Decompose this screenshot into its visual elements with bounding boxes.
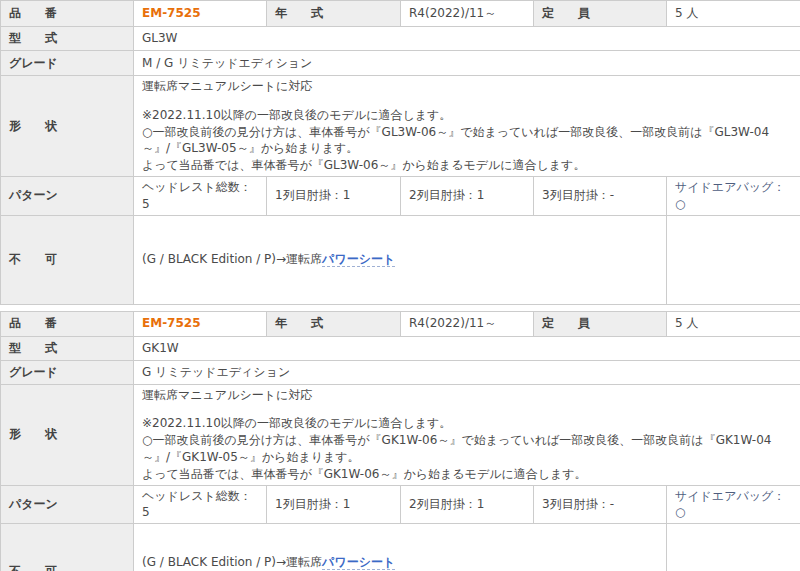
spacer [142,403,792,415]
table-row: 型 式 GL3W [1,27,800,51]
grade-value: G リミテッドエディション [134,360,800,384]
spec-page: 品 番 EM-7525 年 式 R4(2022)/11～ 定 員 5 人 型 式… [0,0,800,571]
model-value: GK1W [134,336,800,360]
year-value: R4(2022)/11～ [401,311,534,336]
shape-note: よって当品番では、車体番号が『GK1W-06～』から始まるモデルに適合します。 [142,466,792,483]
side-airbag-cell: サイドエアバッグ：○ [667,176,800,215]
na-text: (G / BLACK Edition / P)→運転席 [142,252,322,266]
shape-label: 形 状 [1,76,134,177]
table-row: パターン ヘッドレスト総数：5 1列目肘掛：1 2列目肘掛：1 3列目肘掛：- … [1,485,800,524]
year-value: R4(2022)/11～ [401,1,534,27]
shape-value: 運転席マニュアルシートに対応 ※2022.11.10以降の一部改良後のモデルに適… [134,76,800,177]
shape-line: 運転席マニュアルシートに対応 [142,78,792,95]
shape-note: ○一部改良前後の見分け方は、車体番号が『GL3W-06～』で始まっていれば一部改… [142,124,792,158]
not-compatible-value: (G / BLACK Edition / P)→運転席パワーシート Mグレード→… [134,524,667,571]
table-row: グレード M / G リミテッドエディション [1,51,800,76]
year-label: 年 式 [267,1,401,27]
capacity-label: 定 員 [534,311,667,336]
table-row: 品 番 EM-7525 年 式 R4(2022)/11～ 定 員 5 人 [1,311,800,336]
year-label: 年 式 [267,311,401,336]
grade-label: グレード [1,51,134,76]
part-no-value: EM-7525 [134,311,267,336]
table-row: 形 状 運転席マニュアルシートに対応 ※2022.11.10以降の一部改良後のモ… [1,76,800,177]
part-no-label: 品 番 [1,1,134,27]
table-row: 品 番 EM-7525 年 式 R4(2022)/11～ 定 員 5 人 [1,1,800,27]
not-compatible-label: 不 可 [1,524,134,571]
grade-value: M / G リミテッドエディション [134,51,800,76]
shape-note: よって当品番では、車体番号が『GL3W-06～』から始まるモデルに適合します。 [142,157,792,174]
table-row: 型 式 GK1W [1,336,800,360]
pattern-label: パターン [1,176,134,215]
power-seat-link[interactable]: パワーシート [322,252,395,267]
shape-note: ○一部改良前後の見分け方は、車体番号が『GK1W-06～』で始まっていれば一部改… [142,432,792,466]
pattern-label: パターン [1,485,134,524]
shape-label: 形 状 [1,384,134,485]
empty-cell [667,215,800,304]
pattern-cell-row1-armrest: 1列目肘掛：1 [267,176,401,215]
capacity-label: 定 員 [534,1,667,27]
power-seat-link[interactable]: パワーシート [322,555,395,570]
grade-label: グレード [1,360,134,384]
pattern-cell-headrest: ヘッドレスト総数：5 [134,485,267,524]
pattern-cell-row1-armrest: 1列目肘掛：1 [267,485,401,524]
pattern-cell-row3-armrest: 3列目肘掛：- [534,485,667,524]
table-row: 不 可 (G / BLACK Edition / P)→運転席パワーシート Mグ… [1,524,800,571]
side-airbag-cell: サイドエアバッグ：○ [667,485,800,524]
model-label: 型 式 [1,336,134,360]
pattern-cell-row2-armrest: 2列目肘掛：1 [401,176,534,215]
pattern-cell-headrest: ヘッドレスト総数：5 [134,176,267,215]
table-row: 形 状 運転席マニュアルシートに対応 ※2022.11.10以降の一部改良後のモ… [1,384,800,485]
not-compatible-line: (G / BLACK Edition / P)→運転席パワーシート [142,554,658,571]
not-compatible-line: (G / BLACK Edition / P)→運転席パワーシート [142,251,658,268]
pattern-cell-row3-armrest: 3列目肘掛：- [534,176,667,215]
shape-note: ※2022.11.10以降の一部改良後のモデルに適合します。 [142,107,792,124]
table-row: パターン ヘッドレスト総数：5 1列目肘掛：1 2列目肘掛：1 3列目肘掛：- … [1,176,800,215]
model-value: GL3W [134,27,800,51]
part-no-label: 品 番 [1,311,134,336]
capacity-value: 5 人 [667,1,800,27]
shape-line: 運転席マニュアルシートに対応 [142,387,792,404]
shape-value: 運転席マニュアルシートに対応 ※2022.11.10以降の一部改良後のモデルに適… [134,384,800,485]
model-label: 型 式 [1,27,134,51]
not-compatible-label: 不 可 [1,215,134,304]
spacer [142,95,792,107]
na-text: (G / BLACK Edition / P)→運転席 [142,555,322,569]
part-no-value: EM-7525 [134,1,267,27]
not-compatible-value: (G / BLACK Edition / P)→運転席パワーシート [134,215,667,304]
spec-table-gk1w: 品 番 EM-7525 年 式 R4(2022)/11～ 定 員 5 人 型 式… [0,311,800,571]
capacity-value: 5 人 [667,311,800,336]
empty-cell [667,524,800,571]
table-row: 不 可 (G / BLACK Edition / P)→運転席パワーシート [1,215,800,304]
spec-table-gl3w: 品 番 EM-7525 年 式 R4(2022)/11～ 定 員 5 人 型 式… [0,0,800,305]
pattern-cell-row2-armrest: 2列目肘掛：1 [401,485,534,524]
table-row: グレード G リミテッドエディション [1,360,800,384]
shape-note: ※2022.11.10以降の一部改良後のモデルに適合します。 [142,415,792,432]
